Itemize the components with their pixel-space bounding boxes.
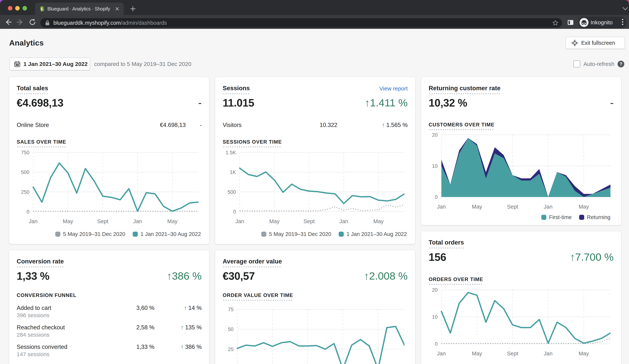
funnel-step-change-text: 386 % <box>183 344 202 350</box>
macos-close-button[interactable] <box>8 6 12 10</box>
legend-label: 1 Jan 2021–30 Aug 2022 <box>140 231 201 237</box>
legend-swatch-compare <box>261 232 266 237</box>
back-button[interactable] <box>4 18 12 26</box>
tab-strip: S Blueguard · Analytics · Shopify <box>0 0 629 15</box>
svg-text:0: 0 <box>27 209 29 215</box>
svg-text:20: 20 <box>432 287 438 293</box>
macos-zoom-button[interactable] <box>22 6 27 10</box>
svg-text:May: May <box>63 218 73 224</box>
svg-text:Sept: Sept <box>507 351 518 357</box>
legend-item-returning: Returning <box>579 214 611 220</box>
conversion-funnel-label: CONVERSION FUNNEL <box>17 292 76 298</box>
funnel-step-change: ↑ 135 % <box>181 324 202 331</box>
funnel-step-sessions: 284 sessions <box>17 332 49 338</box>
funnel-step-sessions: 396 sessions <box>17 312 49 319</box>
reload-button[interactable] <box>28 18 37 26</box>
funnel-step-label: Added to cart <box>17 305 51 311</box>
browser-tab[interactable]: S Blueguard · Analytics · Shopify <box>35 3 124 15</box>
legend-item-current: 1 Jan 2021–30 Aug 2022 <box>339 231 407 237</box>
customers-over-time-label: CUSTOMERS OVER TIME <box>429 122 494 130</box>
screen: S Blueguard · Analytics · Shopify blueg <box>0 0 629 364</box>
compare-range-text: compared to 5 May 2019–31 Dec 2020 <box>94 58 191 70</box>
exit-fullscreen-icon <box>571 39 578 46</box>
total-sales-change: - <box>198 97 202 109</box>
side-panel-icon[interactable] <box>567 19 574 26</box>
exit-fullscreen-button[interactable]: Exit fullscreen <box>566 37 625 49</box>
browser-menu-icon[interactable] <box>619 18 626 26</box>
svg-text:20: 20 <box>432 132 438 138</box>
orders-over-time-chart: 01020JanMaySeptJanMay <box>421 286 611 357</box>
date-range-button[interactable]: 1 Jan 2021–30 Aug 2022 <box>9 58 90 70</box>
returning-rate-change: - <box>610 97 614 109</box>
auto-refresh-checkbox[interactable] <box>573 61 580 67</box>
orders-over-time-label: ORDERS OVER TIME <box>429 276 483 285</box>
funnel-step-change-text: 14 % <box>187 305 202 311</box>
returning-rate-value: 10,32 % <box>429 97 467 109</box>
card-title: Average order value <box>223 258 282 268</box>
svg-text:1.5K: 1.5K <box>225 150 236 155</box>
sales-over-time-label: SALES OVER TIME <box>17 139 66 148</box>
legend-label: 1 Jan 2021–30 Aug 2022 <box>346 231 407 237</box>
svg-text:25: 25 <box>228 347 234 352</box>
metric-change-text: 1.565 % <box>385 122 408 128</box>
svg-text:May: May <box>373 218 384 224</box>
order-value-over-time-chart: 0255075JanMaySeptJanMay <box>215 305 404 364</box>
metric-value: 10.322 <box>319 122 337 128</box>
legend-swatch-current <box>133 232 138 237</box>
auto-refresh-label: Auto-refresh <box>584 61 614 67</box>
card-title-text: Average order value <box>223 258 282 268</box>
svg-text:May: May <box>472 204 482 210</box>
funnel-step-value: 2,58 % <box>136 324 155 331</box>
funnel-step-change: ↑ 14 % <box>184 305 202 311</box>
tab-close-icon[interactable] <box>114 6 120 12</box>
legend-swatch-compare <box>55 232 60 237</box>
forward-button[interactable] <box>16 18 24 26</box>
section-label-text: SALES OVER TIME <box>17 139 66 148</box>
total-sales-card: Total sales €4.698,13 - Online Store €4.… <box>9 77 209 244</box>
view-report-link[interactable]: View report <box>379 85 408 92</box>
sessions-change: ↑1.411 % <box>365 97 408 109</box>
card-title-text: Total sales <box>17 85 48 94</box>
card-title: Total orders <box>429 239 464 249</box>
svg-text:Sept: Sept <box>97 218 109 224</box>
order-value-over-time-label: ORDER VALUE OVER TIME <box>223 292 293 301</box>
metric-value: €4.698,13 <box>160 122 186 128</box>
svg-text:0: 0 <box>435 341 438 347</box>
sessions-card: Sessions View report 11.015 ↑1.411 % Vis… <box>215 77 415 244</box>
svg-text:10: 10 <box>432 163 438 169</box>
section-label-text: SESSIONS OVER TIME <box>223 139 282 148</box>
svg-text:500: 500 <box>228 189 236 195</box>
new-tab-button[interactable] <box>129 5 137 13</box>
conversion-rate-card: Conversion rate 1,33 % ↑386 % CONVERSION… <box>9 250 209 364</box>
legend-label: 5 May 2019–31 Dec 2020 <box>63 231 125 237</box>
svg-text:May: May <box>579 351 589 357</box>
svg-text:May: May <box>472 351 482 357</box>
chart-legend: 5 May 2019–31 Dec 2020 1 Jan 2021–30 Aug… <box>55 231 201 237</box>
bookmark-star-icon[interactable] <box>552 19 559 26</box>
card-title: Total sales <box>17 85 48 94</box>
sessions-value-row: 11.015 ↑1.411 % <box>223 97 408 110</box>
legend-label: First-time <box>549 214 572 220</box>
svg-text:May: May <box>167 218 177 224</box>
section-label-text: CUSTOMERS OVER TIME <box>429 122 494 130</box>
url-text: blueguarddk.myshopify.com/admin/dashboar… <box>53 18 167 27</box>
card-title: Returning customer rate <box>429 85 500 94</box>
tab-search-chevron-icon[interactable] <box>622 6 629 11</box>
url-host: blueguarddk.myshopify.com <box>53 20 121 26</box>
card-title: Conversion rate <box>17 258 64 268</box>
calendar-icon <box>14 61 20 67</box>
svg-text:S: S <box>41 7 42 11</box>
up-arrow-icon: ↑ <box>184 305 187 311</box>
total-orders-value-row: 156 ↑7.700 % <box>429 251 614 264</box>
macos-minimize-button[interactable] <box>15 6 20 10</box>
sessions-over-time-chart: 05001K1.5KJanMaySeptJanMay <box>215 148 404 226</box>
card-title-text: Total orders <box>429 239 464 249</box>
svg-text:250: 250 <box>21 189 29 195</box>
help-icon[interactable]: ? <box>618 61 624 67</box>
address-bar[interactable]: blueguarddk.myshopify.com/admin/dashboar… <box>40 18 562 27</box>
card-title-text: Conversion rate <box>17 258 64 268</box>
svg-text:1K: 1K <box>230 170 236 175</box>
svg-text:0: 0 <box>233 209 236 215</box>
funnel-step-label: Reached checkout <box>17 324 65 331</box>
lock-icon <box>45 20 50 26</box>
